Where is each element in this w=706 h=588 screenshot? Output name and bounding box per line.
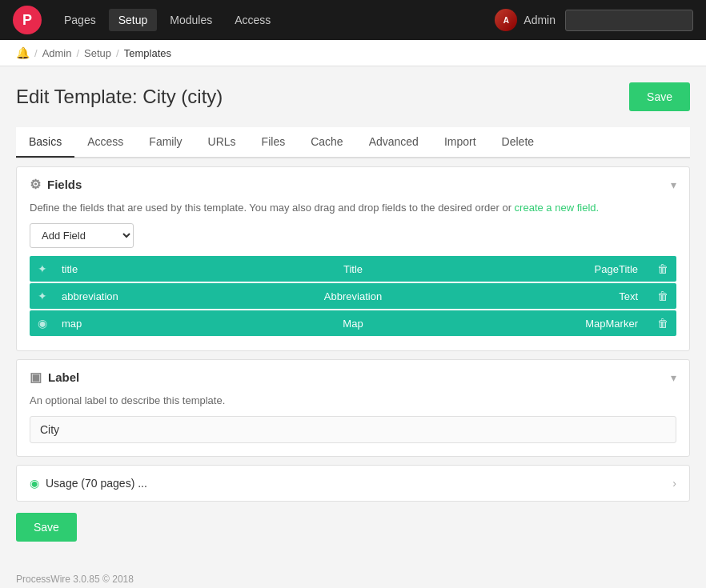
fields-section-body: Define the fields that are used by this … <box>17 202 689 350</box>
delete-field-abbreviation-icon[interactable]: 🗑 <box>644 290 668 302</box>
app-logo[interactable]: P <box>13 6 42 34</box>
fields-chevron-icon: ▾ <box>671 178 676 191</box>
fields-icon: ⚙ <box>30 177 41 192</box>
tab-access[interactable]: Access <box>74 127 136 158</box>
usage-chevron-icon: › <box>672 477 676 490</box>
delete-field-map-icon[interactable]: 🗑 <box>644 317 668 330</box>
admin-label: Admin <box>523 14 556 26</box>
tab-urls[interactable]: URLs <box>195 127 249 158</box>
label-section-title: ▣ Label <box>30 370 79 385</box>
label-icon: ▣ <box>30 370 42 385</box>
drag-handle-icon[interactable]: ◉ <box>38 317 62 330</box>
add-field-row: Add Field <box>30 223 676 248</box>
fields-section-header[interactable]: ⚙ Fields ▾ <box>17 167 689 202</box>
usage-label: Usage (70 pages) ... <box>46 477 147 490</box>
tabs-list: Basics Access Family URLs Files Cache Ad… <box>16 127 690 158</box>
save-bottom-button[interactable]: Save <box>16 513 77 542</box>
avatar: A <box>495 9 517 31</box>
field-label-map: Map <box>256 318 451 330</box>
breadcrumb-setup[interactable]: Setup <box>84 47 111 59</box>
usage-title: ◉ Usage (70 pages) ... <box>30 477 147 490</box>
breadcrumb-admin[interactable]: Admin <box>42 47 72 59</box>
tab-files[interactable]: Files <box>249 127 299 158</box>
label-description: An optional label to describe this templ… <box>30 394 676 406</box>
admin-badge: A Admin <box>495 9 556 31</box>
tab-advanced[interactable]: Advanced <box>356 127 431 158</box>
label-title-text: Label <box>48 370 79 384</box>
label-chevron-icon: ▾ <box>671 371 676 384</box>
label-section-body: An optional label to describe this templ… <box>17 394 689 456</box>
page-content: Edit Template: City (city) Save Basics A… <box>0 66 706 558</box>
nav-right: A Admin <box>495 9 693 31</box>
field-label-abbreviation: Abbreviation <box>256 290 451 302</box>
search-input[interactable] <box>565 10 693 31</box>
nav-modules[interactable]: Modules <box>160 9 222 31</box>
tabs-bar: Basics Access Family URLs Files Cache Ad… <box>16 127 690 158</box>
tab-cache[interactable]: Cache <box>298 127 355 158</box>
fields-title-text: Fields <box>47 178 82 191</box>
top-navigation: P Pages Setup Modules Access A Admin <box>0 0 706 40</box>
breadcrumb: 🔔 / Admin / Setup / Templates <box>0 40 706 66</box>
add-field-select[interactable]: Add Field <box>30 223 134 248</box>
usage-icon: ◉ <box>30 477 39 490</box>
tab-delete[interactable]: Delete <box>489 127 547 158</box>
nav-links: Pages Setup Modules Access <box>54 9 280 31</box>
field-type-abbreviation: Text <box>450 290 644 302</box>
drag-handle-icon[interactable]: ✦ <box>38 290 62 302</box>
save-top-button[interactable]: Save <box>629 82 690 111</box>
fields-description: Define the fields that are used by this … <box>30 202 676 214</box>
nav-setup[interactable]: Setup <box>109 9 158 31</box>
nav-access[interactable]: Access <box>225 9 280 31</box>
footer-text: ProcessWire 3.0.85 © 2018 <box>16 574 134 585</box>
breadcrumb-icon: 🔔 <box>16 46 30 59</box>
field-name-map: map <box>62 318 256 330</box>
usage-section: ◉ Usage (70 pages) ... › <box>16 465 690 502</box>
create-new-field-link[interactable]: create a new field. <box>515 202 600 214</box>
breadcrumb-current: Templates <box>124 47 171 59</box>
field-label-title: Title <box>256 263 451 275</box>
table-row: ✦ abbreviation Abbreviation Text 🗑 <box>30 283 676 309</box>
nav-pages[interactable]: Pages <box>54 9 106 31</box>
page-title: Edit Template: City (city) <box>16 86 223 108</box>
fields-section-title: ⚙ Fields <box>30 177 82 192</box>
footer: ProcessWire 3.0.85 © 2018 <box>0 558 706 588</box>
label-section-header[interactable]: ▣ Label ▾ <box>17 360 689 394</box>
field-name-abbreviation: abbreviation <box>62 290 256 302</box>
tab-basics[interactable]: Basics <box>16 127 74 158</box>
drag-handle-icon[interactable]: ✦ <box>38 262 62 275</box>
field-type-title: PageTitle <box>450 263 644 275</box>
label-input[interactable] <box>30 416 676 443</box>
usage-header[interactable]: ◉ Usage (70 pages) ... › <box>17 466 689 501</box>
field-name-title: title <box>62 263 256 275</box>
tab-import[interactable]: Import <box>431 127 489 158</box>
table-row: ◉ map Map MapMarker 🗑 <box>30 310 676 336</box>
fields-section: ⚙ Fields ▾ Define the fields that are us… <box>16 166 690 351</box>
field-type-map: MapMarker <box>450 318 644 330</box>
logo-letter: P <box>22 12 32 29</box>
delete-field-title-icon[interactable]: 🗑 <box>644 262 668 275</box>
label-section: ▣ Label ▾ An optional label to describe … <box>16 359 690 457</box>
table-row: ✦ title Title PageTitle 🗑 <box>30 256 676 282</box>
page-title-row: Edit Template: City (city) Save <box>16 82 690 111</box>
tab-family[interactable]: Family <box>136 127 195 158</box>
